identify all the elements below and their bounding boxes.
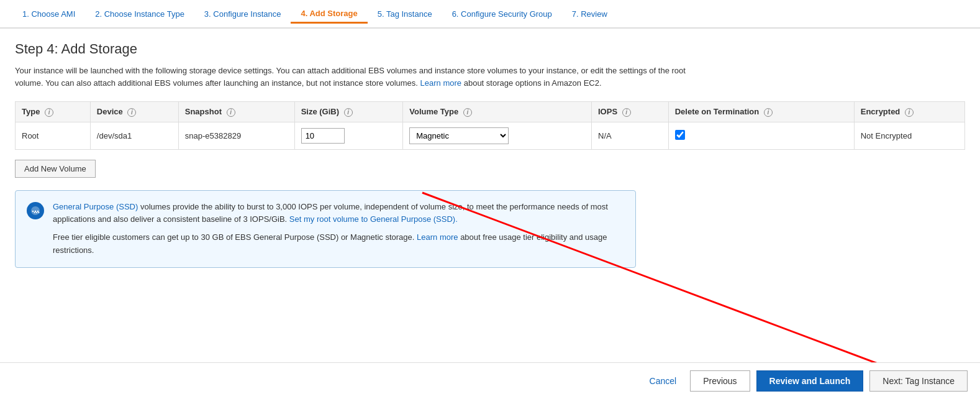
previous-button[interactable]: Previous: [690, 370, 750, 392]
wizard-steps: 1. Choose AMI 2. Choose Instance Type 3.…: [0, 0, 980, 29]
row-encrypted: Not Encrypted: [854, 122, 964, 149]
info-box-icon: ...: [27, 202, 44, 219]
learn-more-link[interactable]: Learn more: [420, 78, 461, 88]
wizard-step-tag[interactable]: 5. Tag Instance: [368, 6, 442, 22]
review-and-launch-button[interactable]: Review and Launch: [756, 370, 864, 392]
wizard-step-ami[interactable]: 1. Choose AMI: [12, 6, 85, 22]
info-box-content: General Purpose (SSD) volumes provide th…: [53, 201, 624, 257]
row-device: /dev/sda1: [90, 122, 178, 149]
info-box: ... General Purpose (SSD) volumes provid…: [15, 190, 636, 268]
page-title: Step 4: Add Storage: [15, 41, 965, 57]
svg-point-3: [35, 210, 36, 211]
row-delete-on-term[interactable]: [668, 122, 854, 149]
volume-type-info-icon[interactable]: i: [463, 108, 472, 117]
svg-point-4: [37, 210, 39, 211]
info-paragraph-1: General Purpose (SSD) volumes provide th…: [53, 201, 624, 227]
col-volume-type: Volume Type i: [403, 102, 592, 122]
col-device: Device i: [90, 102, 178, 122]
type-info-icon[interactable]: i: [45, 108, 53, 117]
row-volume-type[interactable]: Magnetic General Purpose (SSD) Provision…: [403, 122, 592, 149]
svg-text:...: ...: [34, 206, 40, 215]
footer: Cancel Previous Review and Launch Next: …: [0, 362, 980, 399]
wizard-step-storage[interactable]: 4. Add Storage: [291, 5, 367, 24]
cancel-button[interactable]: Cancel: [642, 372, 684, 390]
snapshot-info-icon[interactable]: i: [227, 108, 235, 117]
set-root-volume-link[interactable]: Set my root volume to General Purpose (S…: [289, 214, 458, 224]
delete-on-term-info-icon[interactable]: i: [764, 108, 773, 117]
learn-more-free-tier-link[interactable]: Learn more: [417, 232, 458, 242]
row-type: Root: [16, 122, 91, 149]
row-iops: N/A: [592, 122, 669, 149]
col-iops: IOPS i: [592, 102, 669, 122]
svg-point-2: [32, 210, 34, 211]
volume-type-select[interactable]: Magnetic General Purpose (SSD) Provision…: [409, 127, 509, 144]
add-volume-button[interactable]: Add New Volume: [15, 160, 96, 178]
size-info-icon[interactable]: i: [344, 108, 353, 117]
wizard-step-review[interactable]: 7. Review: [562, 6, 617, 22]
device-info-icon[interactable]: i: [127, 108, 136, 117]
page-description: Your instance will be launched with the …: [15, 65, 698, 89]
row-snapshot: snap-e5382829: [178, 122, 294, 149]
col-encrypted: Encrypted i: [854, 102, 964, 122]
col-size: Size (GiB) i: [294, 102, 403, 122]
size-input[interactable]: [301, 128, 345, 144]
encrypted-info-icon[interactable]: i: [905, 108, 914, 117]
main-content: Step 4: Add Storage Your instance will b…: [0, 29, 980, 280]
iops-info-icon[interactable]: i: [622, 108, 631, 117]
wizard-step-instance-type[interactable]: 2. Choose Instance Type: [85, 6, 194, 22]
col-delete-on-term: Delete on Termination i: [668, 102, 854, 122]
next-tag-instance-button[interactable]: Next: Tag Instance: [869, 370, 968, 392]
col-type: Type i: [16, 102, 91, 122]
wizard-step-security[interactable]: 6. Configure Security Group: [442, 6, 562, 22]
col-snapshot: Snapshot i: [178, 102, 294, 122]
storage-table: Type i Device i Snapshot i Size (GiB) i …: [15, 101, 965, 150]
table-row: Root /dev/sda1 snap-e5382829 Magnetic Ge…: [16, 122, 965, 149]
delete-on-term-checkbox[interactable]: [675, 130, 685, 140]
wizard-step-configure[interactable]: 3. Configure Instance: [194, 6, 291, 22]
gp-ssd-link[interactable]: General Purpose (SSD): [53, 202, 138, 211]
info-paragraph-2: Free tier eligible customers can get up …: [53, 231, 624, 257]
row-size[interactable]: [294, 122, 403, 149]
